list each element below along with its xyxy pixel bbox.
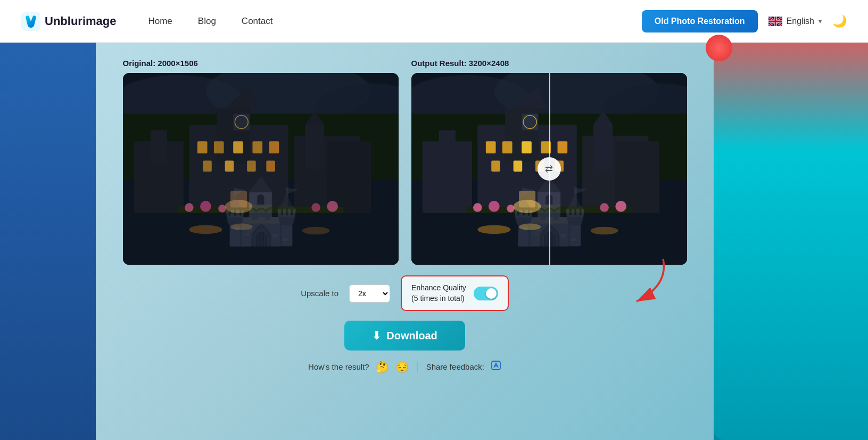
logo-icon xyxy=(21,12,40,31)
svg-point-72 xyxy=(519,224,541,230)
svg-rect-75 xyxy=(519,191,535,207)
share-feedback-icon[interactable] xyxy=(491,360,501,373)
right-sidebar-inner xyxy=(714,27,868,440)
svg-point-32 xyxy=(327,201,338,212)
language-selector[interactable]: English ▾ xyxy=(768,17,822,26)
main-nav: Home Blog Contact xyxy=(148,16,641,27)
svg-rect-26 xyxy=(150,130,167,163)
chevron-down-icon: ▾ xyxy=(819,18,822,25)
svg-point-28 xyxy=(185,203,194,212)
enhance-quality-label: Enhance Quality xyxy=(411,283,466,294)
feedback-row: How's the result? 🤔 😔 Share feedback: xyxy=(308,360,501,373)
original-image-container xyxy=(123,73,399,265)
svg-rect-12 xyxy=(197,141,207,153)
controls-row: Upscale to 2x 1x 4x Enhance Quality (5 t… xyxy=(301,275,509,311)
svg-point-66 xyxy=(489,201,500,212)
swap-compare-button[interactable]: ⇄ xyxy=(538,157,561,181)
svg-point-71 xyxy=(477,225,510,234)
original-image xyxy=(123,73,399,265)
output-label: Output Result: 3200×2408 xyxy=(411,59,687,68)
swap-icon: ⇄ xyxy=(545,163,553,175)
svg-rect-19 xyxy=(247,160,256,172)
svg-point-34 xyxy=(189,225,222,234)
svg-point-73 xyxy=(590,227,618,235)
svg-rect-59 xyxy=(593,125,612,169)
download-label: Download xyxy=(386,330,437,342)
enhance-quality-toggle[interactable] xyxy=(474,287,498,300)
nav-home[interactable]: Home xyxy=(148,16,172,27)
flag-uk-icon xyxy=(768,17,782,26)
upscale-select[interactable]: 2x 1x 4x xyxy=(349,284,390,303)
nav-blog[interactable]: Blog xyxy=(198,16,216,27)
feedback-divider xyxy=(417,362,418,372)
svg-rect-53 xyxy=(557,141,567,153)
right-sidebar xyxy=(714,43,868,440)
svg-rect-51 xyxy=(522,141,532,153)
original-label: Original: 2000×1506 xyxy=(123,59,399,68)
images-row: Original: 2000×1506 xyxy=(123,59,687,265)
castle-scene-svg xyxy=(123,73,399,265)
svg-point-67 xyxy=(507,205,515,213)
svg-point-37 xyxy=(225,200,252,213)
content-area: Original: 2000×1506 xyxy=(96,43,714,440)
language-label: English xyxy=(787,17,814,26)
enhance-quality-text: Enhance Quality (5 times in total) xyxy=(411,283,466,304)
output-image-container: ⇄ xyxy=(411,73,687,265)
svg-point-65 xyxy=(473,203,482,212)
enhance-quality-sub: (5 times in total) xyxy=(411,294,466,304)
download-button[interactable]: ⬇ Download xyxy=(344,321,465,351)
upscale-label: Upscale to xyxy=(301,289,338,298)
svg-rect-13 xyxy=(213,141,224,153)
svg-point-31 xyxy=(311,203,320,212)
svg-rect-22 xyxy=(304,125,324,169)
svg-rect-15 xyxy=(252,141,262,153)
old-photo-restoration-button[interactable]: Old Photo Restoration xyxy=(642,10,758,32)
svg-point-35 xyxy=(230,224,252,230)
feedback-label: How's the result? xyxy=(308,362,369,371)
output-panel: Output Result: 3200×2408 xyxy=(411,59,687,265)
dark-mode-toggle[interactable]: 🌙 xyxy=(832,14,847,28)
toggle-track xyxy=(474,287,498,300)
svg-rect-47 xyxy=(522,113,538,130)
toggle-thumb xyxy=(486,288,497,299)
svg-rect-10 xyxy=(233,113,250,130)
main-wrapper: Original: 2000×1506 xyxy=(0,43,868,440)
svg-rect-17 xyxy=(203,160,212,172)
download-icon: ⬇ xyxy=(372,329,381,342)
logo-area[interactable]: Unblurimage xyxy=(21,12,116,31)
feedback-emoji-sad[interactable]: 😔 xyxy=(395,361,409,373)
svg-point-68 xyxy=(600,203,609,212)
svg-rect-14 xyxy=(233,141,243,153)
header-right: Old Photo Restoration English ▾ 🌙 xyxy=(642,10,847,32)
enhance-quality-box: Enhance Quality (5 times in total) xyxy=(401,275,509,311)
svg-point-74 xyxy=(513,200,541,213)
svg-rect-63 xyxy=(439,130,455,163)
left-sidebar xyxy=(0,43,96,440)
svg-rect-16 xyxy=(269,141,279,153)
svg-rect-50 xyxy=(502,141,512,153)
share-label: Share feedback: xyxy=(426,362,484,371)
svg-rect-38 xyxy=(230,191,247,207)
feedback-emoji-thinking[interactable]: 🤔 xyxy=(376,361,389,373)
svg-rect-18 xyxy=(225,160,234,172)
svg-rect-33 xyxy=(123,213,399,265)
red-circle-decoration xyxy=(706,35,732,61)
svg-rect-55 xyxy=(513,160,522,172)
svg-point-69 xyxy=(615,201,626,212)
svg-point-30 xyxy=(218,205,226,213)
svg-rect-54 xyxy=(491,160,500,172)
header: Unblurimage Home Blog Contact Old Photo … xyxy=(0,0,868,43)
svg-point-29 xyxy=(200,201,211,212)
original-panel: Original: 2000×1506 xyxy=(123,59,399,265)
logo-text: Unblurimage xyxy=(45,14,116,28)
svg-rect-49 xyxy=(485,141,495,153)
svg-rect-20 xyxy=(266,160,275,172)
nav-contact[interactable]: Contact xyxy=(242,16,273,27)
svg-point-36 xyxy=(302,227,329,235)
